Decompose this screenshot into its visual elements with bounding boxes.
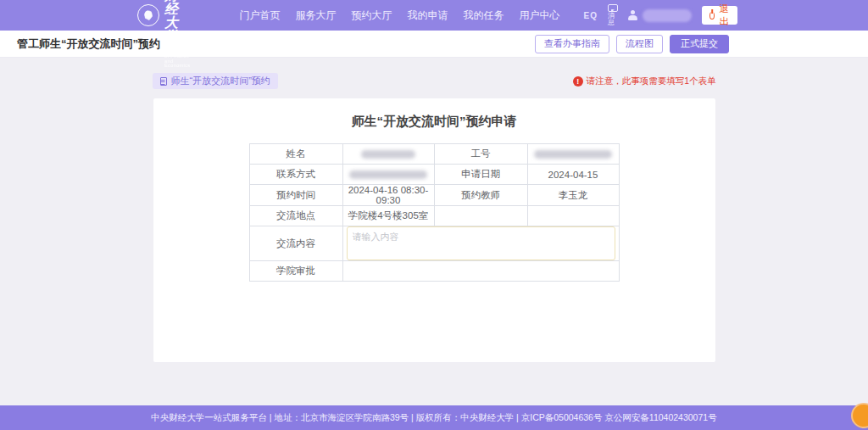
table-row: 交流内容 xyxy=(249,226,619,261)
table-row: 交流地点 学院楼4号楼305室 xyxy=(249,206,619,226)
location-label: 交流地点 xyxy=(249,206,342,226)
employee-id-value xyxy=(527,144,619,165)
approval-label: 学院审批 xyxy=(249,261,342,282)
redacted-name xyxy=(361,150,415,159)
university-name: 中央财经大学 xyxy=(164,0,191,43)
employee-id-label: 工号 xyxy=(434,144,527,165)
nav-item-reservation-hall[interactable]: 预约大厅 xyxy=(352,8,392,23)
name-value xyxy=(342,144,434,165)
user-avatar-icon xyxy=(628,10,638,20)
contact-label: 联系方式 xyxy=(249,165,342,185)
document-icon xyxy=(160,77,167,86)
table-row: 学院审批 xyxy=(249,261,619,282)
approval-value xyxy=(342,261,619,282)
nav-item-portal-home[interactable]: 门户首页 xyxy=(240,8,281,23)
name-label: 姓名 xyxy=(249,144,342,165)
table-row: 预约时间 2024-04-16 08:30-09:30 预约教师 李玉龙 xyxy=(249,185,619,206)
messages-label: 消息 xyxy=(608,13,618,26)
nav-item-user-center[interactable]: 用户中心 xyxy=(520,8,560,23)
redacted-employee-id xyxy=(534,150,612,159)
nav-item-my-applications[interactable]: 我的申请 xyxy=(408,8,448,23)
main-content: 师生“开放交流时间”预约 请注意，此事项需要填写1个表单 师生“开放交流时间”预… xyxy=(0,58,868,405)
flowchart-button[interactable]: 流程图 xyxy=(616,35,663,53)
location-value: 学院楼4号楼305室 xyxy=(342,206,434,226)
main-nav: 门户首页 服务大厅 预约大厅 我的申请 我的任务 用户中心 xyxy=(240,8,560,23)
nav-item-service-hall[interactable]: 服务大厅 xyxy=(296,8,337,23)
form-tab[interactable]: 师生“开放交流时间”预约 xyxy=(153,73,278,89)
form-card: 师生“开放交流时间”预约申请 姓名 工号 联系方式 申请日期 2024-04-1… xyxy=(153,98,716,363)
power-icon xyxy=(709,12,715,20)
application-form-table: 姓名 工号 联系方式 申请日期 2024-04-15 预约时间 2024-04-… xyxy=(249,143,620,282)
redacted-contact xyxy=(349,170,427,179)
university-logo: 中央财经大学 Central University of Finance and… xyxy=(137,0,191,69)
apply-date-value: 2024-04-15 xyxy=(527,165,619,185)
table-row: 联系方式 申请日期 2024-04-15 xyxy=(249,165,619,185)
form-count-notice: 请注意，此事项需要填写1个表单 xyxy=(573,75,716,87)
logout-label: 退出 xyxy=(718,3,730,28)
form-title: 师生“开放交流时间”预约申请 xyxy=(153,114,715,130)
teacher-label: 预约教师 xyxy=(434,185,527,206)
table-row: 姓名 工号 xyxy=(249,144,619,165)
messages-button[interactable]: 消息 xyxy=(608,4,618,26)
user-menu[interactable] xyxy=(628,9,692,22)
university-name-en: Central University of Finance and Econom… xyxy=(164,45,191,69)
warning-icon xyxy=(573,76,583,87)
page-footer: 中央财经大学一站式服务平台 | 地址：北京市海淀区学院南路39号 | 版权所有：… xyxy=(0,405,868,430)
contact-value xyxy=(342,165,434,185)
view-guide-button[interactable]: 查看办事指南 xyxy=(535,35,609,53)
apply-date-label: 申请日期 xyxy=(434,165,527,185)
top-header: 中央财经大学 Central University of Finance and… xyxy=(0,0,868,31)
empty-cell xyxy=(434,206,527,226)
translate-icon[interactable]: EQ xyxy=(584,11,598,20)
form-tab-label: 师生“开放交流时间”预约 xyxy=(171,75,270,87)
empty-cell xyxy=(527,206,619,226)
page-title: 管工师生“开放交流时间”预约 xyxy=(17,36,160,52)
reserve-time-label: 预约时间 xyxy=(249,185,342,206)
communication-content-input[interactable] xyxy=(347,226,615,260)
user-name-redacted xyxy=(643,9,692,22)
nav-item-my-tasks[interactable]: 我的任务 xyxy=(464,8,504,23)
page-toolbar: 管工师生“开放交流时间”预约 查看办事指南 流程图 正式提交 xyxy=(0,31,868,58)
footer-text: 中央财经大学一站式服务平台 | 地址：北京市海淀区学院南路39号 | 版权所有：… xyxy=(151,412,716,424)
content-cell xyxy=(342,226,619,261)
notice-text: 请注意，此事项需要填写1个表单 xyxy=(587,75,716,87)
submit-button[interactable]: 正式提交 xyxy=(670,35,729,53)
content-label: 交流内容 xyxy=(249,226,342,261)
logout-button[interactable]: 退出 xyxy=(702,6,738,25)
teacher-value: 李玉龙 xyxy=(527,185,619,206)
university-logo-icon xyxy=(137,4,159,26)
reserve-time-value: 2024-04-16 08:30-09:30 xyxy=(342,185,434,206)
message-bubble-icon xyxy=(608,4,618,12)
